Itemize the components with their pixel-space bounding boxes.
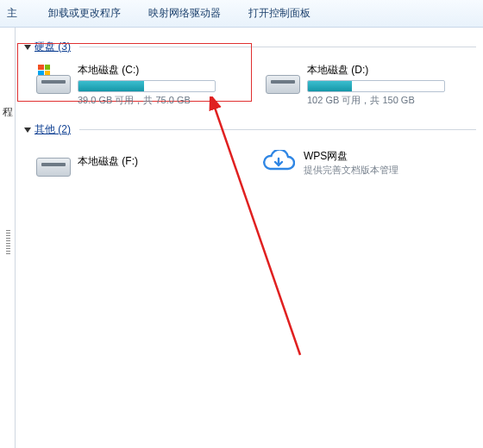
divider: [79, 47, 476, 47]
cloud-icon: [262, 150, 295, 176]
group-header-hdd[interactable]: 硬盘 (3): [24, 40, 476, 54]
drive-d[interactable]: 本地磁盘 (D:) 102 GB 可用，共 150 GB: [262, 59, 461, 110]
toolbar-control-panel[interactable]: 打开控制面板: [248, 6, 310, 21]
windows-flag-icon: [38, 65, 50, 75]
usage-bar: [78, 80, 216, 92]
collapse-icon: [24, 45, 31, 50]
toolbar: 主 卸载或更改程序 映射网络驱动器 打开控制面板: [0, 0, 483, 28]
drive-icon: [36, 63, 71, 97]
drive-icon: [36, 146, 71, 180]
drive-c[interactable]: 本地磁盘 (C:) 39.0 GB 可用，共 75.0 GB: [33, 59, 231, 110]
group-header-other[interactable]: 其他 (2): [24, 122, 476, 137]
other-row: 本地磁盘 (F:) WPS网盘 提供完善文档版本管理: [33, 142, 476, 184]
left-edge-fragment: 程: [3, 105, 13, 120]
wps-title: WPS网盘: [304, 149, 398, 164]
divider: [79, 129, 476, 130]
drives-row: 本地磁盘 (C:) 39.0 GB 可用，共 75.0 GB 本地磁盘 (D:)…: [33, 59, 476, 110]
drive-name: 本地磁盘 (C:): [78, 63, 228, 78]
wps-cloud[interactable]: WPS网盘 提供完善文档版本管理: [262, 142, 452, 184]
group-hdd-label[interactable]: 硬盘 (3): [34, 40, 71, 54]
drive-name: 本地磁盘 (D:): [307, 63, 457, 78]
content: 程 硬盘 (3) 本地磁盘 (C:) 39.0 GB 可用，共 75.0 GB: [0, 28, 483, 448]
collapse-icon: [24, 128, 31, 133]
main-pane: 硬盘 (3) 本地磁盘 (C:) 39.0 GB 可用，共 75.0 GB: [16, 28, 483, 448]
drive-name: 本地磁盘 (F:): [78, 154, 138, 169]
toolbar-uninstall[interactable]: 卸载或更改程序: [48, 6, 121, 21]
toolbar-left-fragment: 主: [7, 6, 17, 21]
drive-stat: 102 GB 可用，共 150 GB: [307, 94, 457, 107]
drive-stat: 39.0 GB 可用，共 75.0 GB: [78, 94, 228, 107]
drive-f[interactable]: 本地磁盘 (F:): [33, 142, 231, 184]
wps-subtitle: 提供完善文档版本管理: [304, 164, 398, 177]
drive-icon: [266, 63, 300, 97]
splitter-handle[interactable]: [6, 230, 10, 256]
toolbar-map-drive[interactable]: 映射网络驱动器: [148, 6, 221, 21]
left-pane-edge: 程: [0, 28, 16, 448]
group-other-label[interactable]: 其他 (2): [34, 122, 71, 137]
usage-bar: [307, 80, 445, 92]
